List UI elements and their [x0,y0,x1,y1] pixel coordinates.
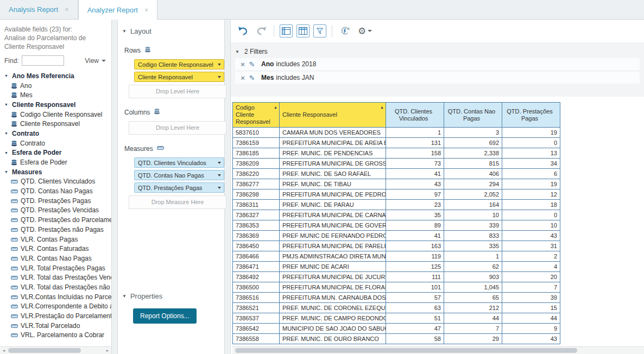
field-item[interactable]: VRL. Parcelamento a Cobrar [4,331,111,340]
cell-cliente[interactable]: PREFEITURA MUNICIPAL DE GROSSO [280,159,386,169]
cell-codigo[interactable]: 7386159 [233,138,280,148]
field-group[interactable]: ▼Esfera de Poder [4,148,111,158]
column-header-codigo[interactable]: Codigo Cliente Responsavel ▲ [233,103,280,128]
report-hscrollbar[interactable] [232,346,644,354]
rows-drop-zone[interactable]: Drop Level Here [129,85,226,98]
cell-codigo[interactable]: 7386558 [233,334,280,344]
report-options-button[interactable]: Report Options... [133,308,197,324]
remove-filter-icon[interactable]: × [238,74,247,82]
cell-measure[interactable]: 1,045 [444,282,502,293]
cell-codigo[interactable]: 7386450 [233,241,280,251]
field-item[interactable]: VLR. Total das Prestações não P [4,282,111,292]
cell-measure[interactable]: 119 [386,251,444,262]
row-field-pill[interactable]: Cliente Responsavel [134,72,224,82]
field-item[interactable]: Cliente Responsavel [4,119,111,129]
cell-measure[interactable]: 43 [502,334,560,344]
cell-measure[interactable]: 31 [502,241,560,251]
field-item[interactable]: Esfera de Poder [4,157,111,167]
cell-cliente[interactable]: PREFEITURA MUN. CARNAUBA DOS D [280,293,386,303]
scrollbar-thumb[interactable] [235,348,577,353]
cell-measure[interactable]: 10 [502,220,560,231]
cell-codigo[interactable]: 7386220 [233,169,280,179]
cell-measure[interactable]: 0 [502,210,560,220]
cell-cliente[interactable]: CAMARA MUN DOS VEREADORES [280,128,386,138]
cell-codigo[interactable]: 7386327 [233,210,280,220]
cell-codigo[interactable]: 7386185 [233,148,280,159]
column-header-cliente[interactable]: Cliente Responsavel ▲ [280,103,386,128]
scroll-left-icon[interactable]: ◄ [0,347,8,354]
cell-cliente[interactable]: PREF. MUNIC. DE OURO BRANCO [280,334,386,344]
cell-measure[interactable]: 41 [386,231,444,241]
cell-measure[interactable]: 101 [386,282,444,293]
tab-analyzer-report[interactable]: Analyzer Report × [78,0,158,20]
cell-codigo[interactable]: 7386209 [233,159,280,169]
field-group[interactable]: ▼Measures [4,167,111,177]
auto-refresh-icon[interactable] [338,24,352,38]
cell-measure[interactable]: 51 [386,313,444,324]
cell-measure[interactable]: 41 [386,169,444,179]
cell-codigo[interactable]: 7386516 [233,293,280,303]
cell-measure[interactable]: 19 [502,179,560,189]
field-item[interactable]: VLR. Contas Nao Pagas [4,254,111,263]
cell-cliente[interactable]: PREF. MUNIC. DE PARAU [280,200,386,210]
field-item[interactable]: QTD. Prestações não Pagas [4,225,111,235]
close-icon[interactable]: × [65,6,69,13]
cell-cliente[interactable]: PREF. MUNIC. DE TIBAU [280,179,386,189]
cell-measure[interactable]: 163 [386,241,444,251]
cell-measure[interactable]: 65 [444,293,502,303]
cell-cliente[interactable]: PREF. MUNIC. DE SAO RAFAEL [280,169,386,179]
row-field-pill[interactable]: Codigo Cliente Responsavel [134,59,224,69]
cell-cliente[interactable]: PREF MUNIC DE ACARI [280,262,386,272]
cell-cliente[interactable]: PREF. MUNIC. DE PENDENCIAS [280,148,386,159]
pencil-icon[interactable]: ✎ [247,74,257,82]
field-item[interactable]: VLR. Contas Pagas [4,235,111,244]
cell-cliente[interactable]: PREF MUNIC DE FERNANDO PEDRO [280,231,386,241]
cell-codigo[interactable]: 7386521 [233,303,280,313]
cell-measure[interactable]: 2,338 [444,148,502,159]
panel-splitter[interactable] [111,20,118,354]
cell-measure[interactable]: 10 [444,210,502,220]
measure-field-pill[interactable]: QTD. Prestações Pagas [134,182,224,193]
cell-measure[interactable]: 692 [444,138,502,148]
field-item[interactable]: VLR.Correspondente a Debito a [4,302,111,312]
cell-measure[interactable]: 2 [502,251,560,262]
sidebar-hscrollbar[interactable]: ◄ ► [0,346,111,354]
cell-cliente[interactable]: PREFEITURA MUNICIPAL DE PEDRO A [280,189,386,200]
cell-measure[interactable]: 164 [444,200,502,210]
column-header-qtd-prestacoes[interactable]: QTD. Prestações Pagas [502,103,560,128]
column-header-qtd-clientes[interactable]: QTD. Clientes Vinculados [386,103,444,128]
cell-measure[interactable]: 18 [502,200,560,210]
field-item[interactable]: VLR. Contas Faturadas [4,244,111,254]
measure-field-pill[interactable]: QTD. Contas Nao Pagas [134,170,224,180]
cell-measure[interactable]: 903 [444,272,502,282]
field-item[interactable]: VLR.Contas Incluídas no Parcel [4,292,111,302]
cell-measure[interactable]: 15 [502,303,560,313]
cell-measure[interactable]: 2,052 [444,189,502,200]
cell-measure[interactable]: 35 [386,210,444,220]
cell-codigo[interactable]: 7386369 [233,231,280,241]
cell-measure[interactable]: 58 [386,334,444,344]
redo-icon[interactable] [254,24,268,38]
cell-cliente[interactable]: PREFEITURA MUNICIPAL DE GOVERN [280,220,386,231]
field-item[interactable]: VLR.Prestação do Parcelament [4,311,111,321]
sort-asc-icon[interactable]: ▲ [274,104,277,111]
cell-measure[interactable]: 20 [502,272,560,282]
cell-cliente[interactable]: PREF. MUNIC. DE CORONEL EZEQUIE [280,303,386,313]
cell-measure[interactable]: 43 [502,231,560,241]
cell-cliente[interactable]: PREFEITURA MUNICIPAL DE FLORANI [280,282,386,293]
field-item[interactable]: Mes [4,90,111,100]
cell-measure[interactable]: 339 [444,220,502,231]
cell-codigo[interactable]: 7386311 [233,200,280,210]
cell-codigo[interactable]: 7386353 [233,220,280,231]
measure-field-pill[interactable]: QTD. Clientes Vinculados [134,157,224,168]
cell-cliente[interactable]: PREF. MUNIC. DE CAMPO REDONDO [280,313,386,324]
find-input[interactable] [22,55,64,66]
cell-measure[interactable]: 125 [386,262,444,272]
cell-measure[interactable]: 23 [386,200,444,210]
field-item[interactable]: QTD. Prestações Vencidas [4,206,111,216]
filters-header[interactable]: ▼ 2 Filters [235,46,640,57]
cell-codigo[interactable]: 7386466 [233,251,280,262]
cell-cliente[interactable]: PREFEITURA MUNICIPAL DE AREIA BR [280,138,386,148]
cell-codigo[interactable]: 7386492 [233,272,280,282]
pencil-icon[interactable]: ✎ [247,60,257,68]
